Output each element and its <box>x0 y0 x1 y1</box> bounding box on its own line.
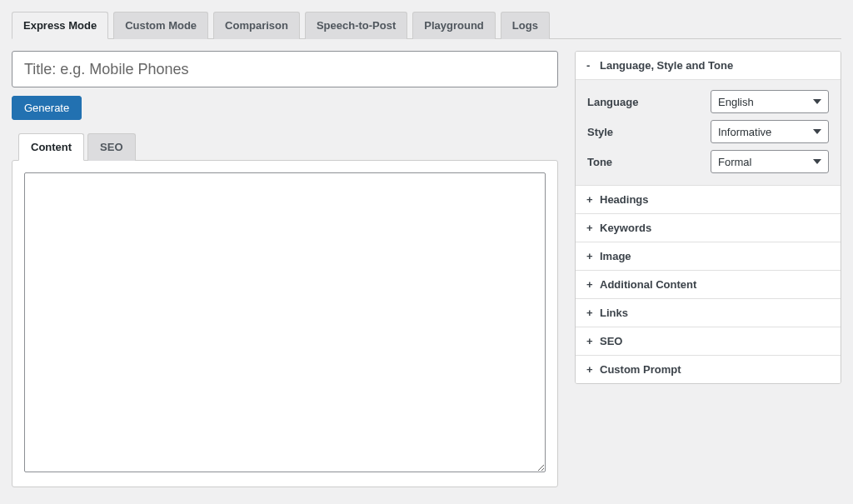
section-image: + Image <box>576 242 841 270</box>
editor-tabs: Content SEO <box>18 133 558 160</box>
section-additional-content: + Additional Content <box>576 270 841 298</box>
label-tone: Tone <box>587 156 612 168</box>
row-tone: Tone Formal <box>587 150 829 173</box>
plus-icon: + <box>586 222 595 234</box>
tab-playground[interactable]: Playground <box>412 12 496 39</box>
plus-icon: + <box>586 278 595 291</box>
plus-icon: + <box>586 335 595 347</box>
section-language-style-tone: - Language, Style and Tone Language Engl… <box>576 52 841 185</box>
section-header-custom-prompt[interactable]: + Custom Prompt <box>576 355 841 383</box>
main-column: Generate Content SEO <box>12 51 558 487</box>
section-custom-prompt: + Custom Prompt <box>576 355 841 383</box>
section-title: Custom Prompt <box>600 363 681 376</box>
section-header-image[interactable]: + Image <box>576 242 841 270</box>
section-title: SEO <box>600 335 622 347</box>
subtab-seo[interactable]: SEO <box>87 133 135 161</box>
label-style: Style <box>587 126 613 138</box>
content-panel <box>12 160 558 487</box>
section-title: Additional Content <box>600 278 696 291</box>
section-keywords: + Keywords <box>576 213 841 242</box>
tab-logs[interactable]: Logs <box>501 12 550 39</box>
select-language[interactable]: English <box>711 90 829 113</box>
plus-icon: + <box>586 250 595 262</box>
label-language: Language <box>587 96 638 108</box>
subtab-content[interactable]: Content <box>18 133 84 161</box>
section-body-language-style-tone: Language English Style Informative <box>576 79 841 185</box>
mode-tabs: Express Mode Custom Mode Comparison Spee… <box>12 12 841 39</box>
select-style[interactable]: Informative <box>711 120 829 143</box>
section-header-keywords[interactable]: + Keywords <box>576 213 841 242</box>
section-title: Image <box>600 250 631 262</box>
plus-icon: + <box>586 193 595 206</box>
section-links: + Links <box>576 298 841 327</box>
section-header-additional-content[interactable]: + Additional Content <box>576 270 841 298</box>
section-title: Keywords <box>600 222 651 234</box>
section-title: Language, Style and Tone <box>600 59 733 72</box>
generate-button[interactable]: Generate <box>12 96 82 120</box>
plus-icon: + <box>586 307 595 319</box>
tab-express-mode[interactable]: Express Mode <box>12 12 108 39</box>
section-title: Links <box>600 307 628 319</box>
section-header-headings[interactable]: + Headings <box>576 185 841 213</box>
minus-icon: - <box>586 59 595 72</box>
settings-sidebar: - Language, Style and Tone Language Engl… <box>575 51 841 384</box>
tab-custom-mode[interactable]: Custom Mode <box>113 12 208 39</box>
section-header-links[interactable]: + Links <box>576 298 841 327</box>
row-language: Language English <box>587 90 829 113</box>
content-textarea[interactable] <box>24 172 546 472</box>
title-input[interactable] <box>12 51 558 87</box>
select-tone[interactable]: Formal <box>711 150 829 173</box>
settings-accordion: - Language, Style and Tone Language Engl… <box>575 51 841 384</box>
section-seo: + SEO <box>576 327 841 355</box>
tab-speech-to-post[interactable]: Speech-to-Post <box>305 12 407 39</box>
app-root: Express Mode Custom Mode Comparison Spee… <box>12 12 841 487</box>
tab-comparison[interactable]: Comparison <box>213 12 300 39</box>
row-style: Style Informative <box>587 120 829 143</box>
plus-icon: + <box>586 363 595 376</box>
section-headings: + Headings <box>576 185 841 213</box>
section-header-language-style-tone[interactable]: - Language, Style and Tone <box>576 52 841 79</box>
section-title: Headings <box>600 193 649 206</box>
section-header-seo[interactable]: + SEO <box>576 327 841 355</box>
